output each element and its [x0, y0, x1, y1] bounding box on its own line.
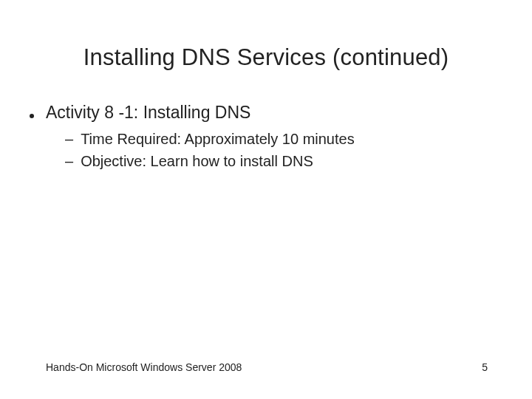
sub-bullet-list: – Time Required: Approximately 10 minute… — [65, 129, 505, 171]
sub-bullet-text: Objective: Learn how to install DNS — [81, 151, 313, 171]
sub-bullet-item: – Objective: Learn how to install DNS — [65, 151, 505, 171]
slide: Installing DNS Services (continued) Acti… — [0, 0, 532, 399]
bullet-dot-icon — [30, 114, 34, 118]
footer-source: Hands-On Microsoft Windows Server 2008 — [46, 361, 242, 373]
bullet-text: Activity 8 -1: Installing DNS — [46, 102, 250, 123]
sub-bullet-text: Time Required: Approximately 10 minutes — [81, 129, 355, 149]
dash-icon: – — [65, 131, 73, 148]
dash-icon: – — [65, 153, 73, 170]
page-number: 5 — [482, 361, 488, 373]
slide-body: Activity 8 -1: Installing DNS – Time Req… — [27, 102, 505, 174]
sub-bullet-item: – Time Required: Approximately 10 minute… — [65, 129, 505, 149]
bullet-item: Activity 8 -1: Installing DNS — [27, 102, 505, 123]
slide-title: Installing DNS Services (continued) — [0, 44, 532, 71]
